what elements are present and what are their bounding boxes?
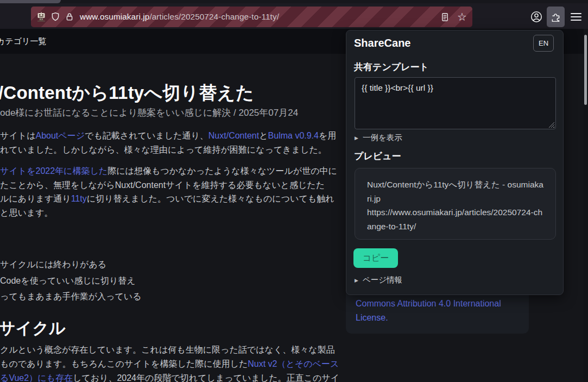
inline-link[interactable]: Nuxt/Content xyxy=(208,131,259,140)
paragraph-1: サイトはAboutページでも記載されていました通り、Nuxt/ContentとB… xyxy=(0,129,336,156)
reader-mode-icon[interactable] xyxy=(438,10,452,24)
show-example-label: 一例を表示 xyxy=(363,133,402,143)
inline-link[interactable]: Aboutページ xyxy=(36,131,85,140)
url-bar[interactable]: www.osumiakari.jp/articles/20250724-chan… xyxy=(31,7,472,27)
extensions-icon[interactable] xyxy=(547,7,565,27)
text-run: たことから、無理をしながらNuxt/Contentサイトを維持する必要もないと感… xyxy=(0,180,325,190)
text-run: を用 xyxy=(319,131,336,140)
toc-item[interactable]: Codeを使っていい感じに切り替え xyxy=(0,275,142,287)
text-run: でも記載されていました通り、 xyxy=(85,131,208,140)
text-run: 際には想像もつかなかったような様々なツールが世の中に xyxy=(108,166,337,176)
text-run: に切り替えました。ついでに変えた様々なものについても触れ xyxy=(87,194,334,203)
text-line: ルにあります通り11tyに切り替えました。ついでに変えた様々なものについても触れ xyxy=(0,192,337,206)
license-link[interactable]: Commons Attribution 4.0 International Li… xyxy=(356,297,519,325)
browser-window: www.osumiakari.jp/articles/20250724-chan… xyxy=(0,0,588,382)
inline-link[interactable]: Bulma v0.9.4 xyxy=(268,131,319,140)
section-heading: サイクル xyxy=(0,317,66,340)
table-of-contents: サイクルには終わりがある Codeを使っていい感じに切り替え ってもまあまあ手作… xyxy=(0,259,142,308)
url-text: www.osumiakari.jp/articles/20250724-chan… xyxy=(80,12,279,22)
text-run: クルという概念が存在しています。これは何も生物に限った話ではなく、様々な製品 xyxy=(0,345,335,354)
url-path: /articles/20250724-change-to-11ty/ xyxy=(149,12,279,21)
toc-item[interactable]: サイクルには終わりがある xyxy=(0,259,142,271)
preview-box: Nuxt/Contentから11tyへ切り替えた - osumiakari.jp… xyxy=(355,168,556,240)
template-label: 共有テンプレート xyxy=(354,61,429,73)
nav-link-categories[interactable]: カテゴリ一覧 xyxy=(0,36,46,46)
page-scrollbar[interactable] xyxy=(584,29,588,382)
preview-url-text: https://www.osumiakari.jp/articles/20250… xyxy=(367,205,543,233)
popup-title: ShareCane xyxy=(354,37,411,49)
lock-icon[interactable] xyxy=(62,10,77,24)
language-toggle-button[interactable]: EN xyxy=(533,35,554,52)
page-info-toggle[interactable]: ▶ ページ情報 xyxy=(355,275,402,285)
text-line: と思います。 xyxy=(0,206,337,220)
toc-item[interactable]: ってもまあまあ手作業が入っている xyxy=(0,291,142,303)
site-favicon-robot-icon xyxy=(34,10,48,24)
paragraph-2: サイトを2022年に構築した際には想像もつかなかったような様々なツールが世の中に… xyxy=(0,164,337,220)
text-run: と xyxy=(259,131,268,140)
sharecane-popup: ShareCane EN 共有テンプレート {{ title }}<br>{{ … xyxy=(346,30,564,295)
inline-link[interactable]: るVue2）にも存在 xyxy=(0,373,73,382)
page-info-label: ページ情報 xyxy=(363,275,402,285)
text-run: ものであります。もちろんこのサイトを構築した際に使用した xyxy=(0,359,248,368)
url-domain: www.osumiakari.jp xyxy=(80,12,149,21)
preview-title-text: Nuxt/Contentから11tyへ切り替えた - osumiakari.jp xyxy=(367,178,543,205)
inline-link[interactable]: 11ty xyxy=(71,194,87,203)
text-run: と思います。 xyxy=(0,208,53,217)
text-run: しており、2024年の段階で切れてしまっていました。正直このサイ xyxy=(73,373,339,382)
text-line: クルという概念が存在しています。これは何も生物に限った話ではなく、様々な製品 xyxy=(0,343,339,357)
text-line: たことから、無理をしながらNuxt/Contentサイトを維持する必要もないと感… xyxy=(0,178,337,192)
text-line: ものであります。もちろんこのサイトを構築した際に使用したNuxt v2（とそのベ… xyxy=(0,357,339,371)
text-line: サイトはAboutページでも記載されていました通り、Nuxt/ContentとB… xyxy=(0,129,336,143)
text-line: れていました。しかしながら、様々な理由によって維持が困難になってきました。 xyxy=(0,143,336,157)
account-icon[interactable] xyxy=(528,7,545,27)
text-run: れていました。しかしながら、様々な理由によって維持が困難になってきました。 xyxy=(0,145,327,154)
menu-icon[interactable] xyxy=(568,7,584,27)
template-textarea[interactable]: {{ title }}<br>{{ url }} xyxy=(355,77,556,129)
triangle-right-icon: ▶ xyxy=(355,135,358,141)
tracking-protection-shield-icon[interactable] xyxy=(48,10,62,24)
inline-link[interactable]: サイトを2022年に構築した xyxy=(0,166,108,176)
paragraph-3: クルという概念が存在しています。これは何も生物に限った話ではなく、様々な製品 も… xyxy=(0,343,339,382)
copy-button[interactable]: コピー xyxy=(353,248,398,268)
text-line: るVue2）にも存在しており、2024年の段階で切れてしまっていました。正直この… xyxy=(0,371,339,382)
bookmark-star-icon[interactable]: ☆ xyxy=(457,11,467,22)
inline-link[interactable]: Nuxt v2（とそのベース xyxy=(248,359,339,368)
browser-toolbar: www.osumiakari.jp/articles/20250724-chan… xyxy=(0,3,588,29)
text-run: サイトは xyxy=(0,131,36,140)
article-subtitle: ode様にお世話になることにより懸案をいい感じに解決 / 2025年07月24 xyxy=(0,107,298,119)
text-line: サイトを2022年に構築した際には想像もつかなかったような様々なツールが世の中に xyxy=(0,164,337,178)
show-example-toggle[interactable]: ▶ 一例を表示 xyxy=(355,133,402,143)
article-title: /Contentから11tyへ切り替えた xyxy=(0,81,254,105)
triangle-right-icon: ▶ xyxy=(355,278,358,283)
scrollbar-thumb[interactable] xyxy=(584,35,587,105)
preview-label: プレビュー xyxy=(354,150,401,162)
text-run: ルにあります通り xyxy=(0,194,71,203)
